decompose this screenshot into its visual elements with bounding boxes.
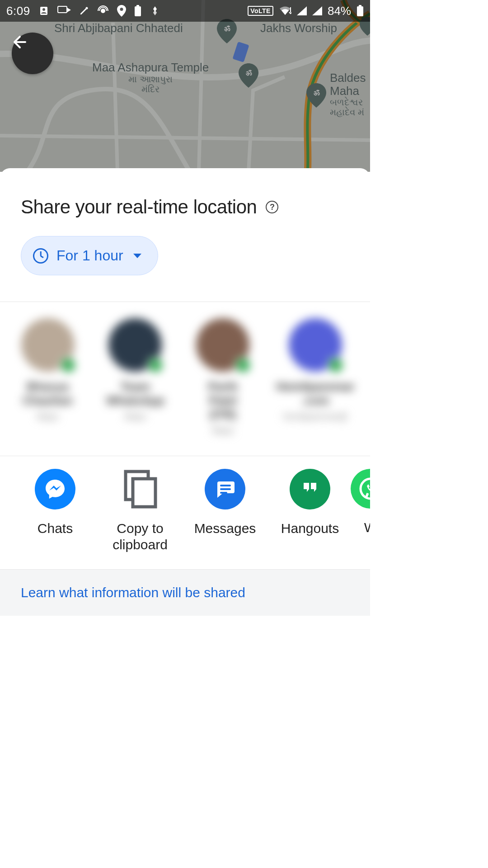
cast-icon xyxy=(57,6,71,16)
map-preview: Shri Abjibapani Chhatedi Maa Ashapura Te… xyxy=(0,0,370,172)
signal-1-icon xyxy=(297,6,307,15)
chevron-down-icon xyxy=(133,254,141,258)
hangouts-icon xyxy=(290,469,330,509)
svg-rect-6 xyxy=(135,6,141,16)
duration-label: For 1 hour xyxy=(56,247,123,264)
duration-chip[interactable]: For 1 hour xyxy=(21,236,158,275)
share-app-whatsapp[interactable]: W xyxy=(352,469,370,553)
copy-icon xyxy=(120,469,160,509)
svg-point-5 xyxy=(120,8,123,11)
avatar xyxy=(289,318,342,372)
clock-icon xyxy=(33,248,48,264)
svg-rect-2 xyxy=(58,6,67,13)
contacts-icon xyxy=(38,5,49,16)
hotspot-icon xyxy=(97,5,109,17)
share-app-hangouts[interactable]: Hangouts xyxy=(267,469,352,553)
contact-item[interactable]: Team WhatsApp Maps xyxy=(106,318,164,436)
messages-icon xyxy=(205,469,245,509)
svg-rect-16 xyxy=(133,479,155,507)
avatar xyxy=(196,318,249,372)
svg-point-3 xyxy=(85,7,88,9)
signal-2-icon xyxy=(312,6,322,15)
svg-point-4 xyxy=(101,9,105,13)
volte-badge: VoLTE xyxy=(248,6,273,16)
svg-rect-10 xyxy=(358,9,362,15)
wifi-icon xyxy=(279,6,291,16)
sheet-title: Share your real-time location xyxy=(21,196,257,218)
back-button[interactable] xyxy=(12,33,53,74)
status-time: 6:09 xyxy=(6,4,30,18)
battery-saver-icon xyxy=(134,5,141,17)
svg-rect-9 xyxy=(359,5,361,7)
svg-rect-19 xyxy=(220,492,227,494)
contact-item[interactable]: Parth Patel (ITR) Maps xyxy=(196,318,250,436)
share-app-copy[interactable]: Copy to clipboard xyxy=(98,469,183,553)
svg-point-1 xyxy=(42,8,45,11)
share-app-messages[interactable]: Messages xyxy=(183,469,267,553)
edit-icon xyxy=(79,6,89,16)
help-icon[interactable]: ? xyxy=(266,201,278,213)
share-app-chats[interactable]: Chats xyxy=(13,469,98,553)
avatar xyxy=(21,318,75,372)
learn-more-link[interactable]: Learn what information will be shared xyxy=(0,569,370,616)
avatar xyxy=(108,318,162,372)
status-bar: 6:09 VoLTE 84% xyxy=(0,0,370,22)
share-sheet: Share your real-time location ? For 1 ho… xyxy=(0,168,370,658)
messenger-icon xyxy=(35,469,75,509)
location-icon xyxy=(117,5,126,17)
apps-row: Chats Copy to clipboard Messages Hangout… xyxy=(0,456,370,569)
svg-rect-18 xyxy=(220,488,231,490)
photos-icon xyxy=(150,5,160,16)
arrow-left-icon xyxy=(12,33,31,52)
whatsapp-icon xyxy=(351,469,370,509)
svg-rect-17 xyxy=(220,485,231,486)
contacts-row[interactable]: Bhavya Chauhan Maps Team WhatsApp Maps P… xyxy=(0,302,370,456)
battery-icon xyxy=(357,5,364,17)
contact-item[interactable]: Bhavya Chauhan Maps xyxy=(21,318,75,436)
svg-rect-7 xyxy=(136,5,139,7)
contact-item[interactable]: Hemilparemar .com hemilparemar@ xyxy=(282,318,349,436)
battery-percent: 84% xyxy=(328,4,351,18)
